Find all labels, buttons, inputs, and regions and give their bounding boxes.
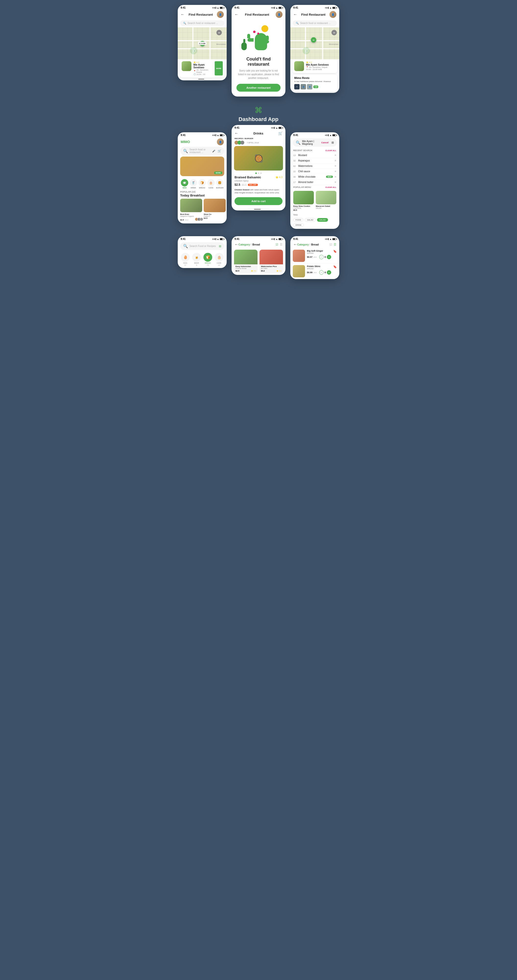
cat-bread[interactable]: 🍞 BREAD [198, 179, 206, 189]
food-card-1[interactable]: Best Ever Jalapeno Poppers $2.5 $6.5 [180, 199, 202, 221]
cat-cake[interactable]: 🎂 CAKE [207, 179, 215, 189]
remove-icon-5[interactable]: ✕ [335, 175, 336, 178]
remove-icon-3[interactable]: ✕ [335, 165, 336, 167]
search-active-bar[interactable]: 🔍 Mie Ayam | Magelang Cancel ⊞ [293, 138, 337, 147]
remove-icon-1[interactable]: ✕ [335, 154, 336, 157]
list-view-icon-l[interactable]: ☰ [334, 243, 336, 246]
avatar-3[interactable]: 👤 [330, 11, 336, 18]
cat-new[interactable]: 🍽️ NEW [181, 179, 188, 189]
search-bar-3[interactable]: 🔍 Search food or restaurant ... [293, 20, 337, 26]
food-subtitle: Chicken Spicy [232, 180, 285, 183]
clear-all-recent[interactable]: CLEAR ALL [325, 150, 336, 152]
grid-icon[interactable]: ⊞ [331, 141, 334, 144]
no-result-text: Sorry cafe you are looking for is not li… [236, 69, 281, 80]
back-button-nf[interactable]: ← [235, 12, 238, 17]
popular-sub-1: CHICKEN [293, 207, 314, 209]
recipe-search-bar[interactable]: 🔍 Search Food or Recipes ⊞ [180, 242, 224, 250]
recipe-count-beer: 9 [196, 264, 197, 266]
search-bar-mimo[interactable]: 🔍 Search food or restaurant ... 🎤 🛒 [180, 147, 224, 155]
cat-burger[interactable]: 🍔 BURGER [216, 179, 224, 189]
remove-icon-6[interactable]: ✕ [335, 181, 336, 183]
search-result-2[interactable]: 32 Asparagus ✕ [290, 158, 339, 164]
signal-bar-1 [213, 7, 213, 8]
mic-icon-mimo[interactable]: 🎤 [212, 150, 215, 153]
recipe-cat-cake[interactable]: 🎂 CAKE 22 [215, 253, 224, 266]
stepper-minus-2[interactable]: − [319, 270, 324, 275]
tag-drink[interactable]: DRINK [293, 223, 304, 227]
cart-icon-drinks[interactable]: 🛒 [278, 131, 282, 135]
food-grid-item-1[interactable]: Easy Indonesian Cheese Bread $2.5 ⭐ 4.3 [234, 250, 257, 273]
cancel-btn[interactable]: Cancel [321, 142, 328, 144]
grid-view-icon[interactable]: ☑ [276, 243, 278, 246]
list-food-sub-1: BREAD [307, 252, 331, 254]
banner-more-btn[interactable]: MORE [214, 172, 222, 174]
cat-drink[interactable]: 🥤 DRINK [190, 179, 197, 189]
status-bar-catl: 9:41 ▲ [290, 236, 339, 241]
food-grid-sub-2: de Gallo [261, 267, 282, 269]
tag-salad2[interactable]: SALAD [317, 218, 328, 222]
time-1: 9:41 [181, 6, 186, 9]
cat-header-catl: Category / Bread [297, 243, 319, 246]
back-button-catg[interactable]: ← [235, 242, 238, 247]
map-area-1: m m 2.3 KM Minomartani [178, 27, 227, 59]
popular-item-1[interactable]: Easy Slow Cooker CHICKEN $9.5 [293, 191, 314, 211]
more-btn-1[interactable]: MORE [215, 61, 223, 75]
bookmark-icon-2[interactable]: 🔖 [333, 265, 337, 277]
stepper-plus-1[interactable]: + [327, 255, 331, 259]
food-card-2[interactable]: Slow Co Pulled P $4.5 [204, 199, 226, 221]
time-3: 9:41 [293, 6, 298, 9]
location-icon-3: 📍 [306, 66, 308, 68]
mimo-avatar[interactable]: 👤 [217, 138, 224, 145]
search-result-6[interactable]: 17 Almond butter ✕ [290, 180, 339, 185]
bookmark-icon-1[interactable]: 🔖 [333, 250, 337, 262]
banner-card-mimo[interactable]: MORE [180, 157, 224, 176]
food-card-img-2 [204, 199, 226, 212]
search-result-1[interactable]: 13 Mustard ✕ [290, 153, 339, 158]
status-icons-recipe: ▲ [213, 238, 224, 240]
stepper-1: − 0 + [319, 255, 331, 259]
search-bar-1[interactable]: 🔍 Search food or restaurant ... [180, 20, 224, 26]
stepper-minus-1[interactable]: − [319, 255, 324, 259]
cart-icon-mimo[interactable]: 🛒 [217, 149, 221, 153]
clear-all-popular[interactable]: CLEAR ALL [325, 186, 336, 188]
tag-salad1[interactable]: SALAD [305, 218, 316, 222]
search-result-4[interactable]: 22 Chili sauce ✕ [290, 169, 339, 174]
list-food-item-2[interactable]: Potato Skins BREAD $0.89 $62 − 0 + 🔖 [290, 264, 339, 279]
status-bar-1: 9:41 ▲ [178, 5, 227, 10]
food-grid-item-2[interactable]: Watermelon Pico de Gallo $3.2 ⭐ 4.1 [260, 250, 283, 273]
settings-icon-recipe[interactable]: ⊞ [219, 245, 221, 248]
back-button-catl[interactable]: ← [293, 242, 297, 247]
list-food-item-1[interactable]: Big Soft Ginger BREAD $0.57 $82 − 0 + 🔖 [290, 248, 339, 264]
tag-food[interactable]: FOOD [293, 218, 303, 222]
grid-view-icon-l[interactable]: ☑ [330, 243, 332, 246]
recipe-cat-egg[interactable]: 🥚 EGG 17 [181, 253, 190, 266]
mini-avatar-2: 👤 [301, 84, 306, 89]
phone-find-restaurant-1: 9:41 ▲ ← Find Restaurant 👤 🔍 Search food… [178, 5, 227, 80]
remove-icon-2[interactable]: ✕ [335, 159, 336, 162]
back-button-drinks[interactable]: ← [235, 131, 238, 135]
remove-icon-4[interactable]: ✕ [335, 170, 336, 173]
recipe-cat-bread[interactable]: 🍞 BREAD 73 [203, 253, 212, 266]
back-button-3[interactable]: ← [293, 12, 297, 17]
another-restaurant-btn[interactable]: Another restaurant [236, 84, 281, 92]
map-dot-3 [306, 50, 308, 52]
search-result-5[interactable]: 30 White chocolate NEW ✕ [290, 174, 339, 180]
back-button-1[interactable]: ← [181, 12, 185, 17]
status-bar-nf: 9:41 ▲ [232, 5, 285, 10]
sb-m2 [214, 135, 215, 136]
restaurant-card-3[interactable]: ⭐ 4.3 Mie Ayam Sendowo 📍 Jln. Sendowo, D… [292, 59, 337, 73]
restaurant-card-1[interactable]: ⭐ 4.3 Mie Ayam Sendowo 📍 Jln. Sendowo, D… [180, 59, 225, 78]
popular-item-2[interactable]: Macaroni Salad SALAD [316, 191, 336, 211]
map-marker-gray-3: m [331, 30, 337, 35]
list-view-icon[interactable]: ☰ [280, 243, 282, 246]
recipe-cat-beer[interactable]: 🍺 BEER 9 [192, 253, 201, 266]
recipe-count-bread: 73 [207, 264, 209, 266]
cat-icon-cake: 🎂 [207, 179, 215, 186]
stepper-plus-2[interactable]: + [327, 270, 331, 275]
avatar-nf[interactable]: 👤 [276, 11, 282, 18]
search-result-3[interactable]: 62 Watermelons ✕ [290, 164, 339, 169]
avatar-1[interactable]: 👤 [217, 11, 224, 18]
add-to-cart-btn[interactable]: Add to cart [235, 197, 282, 205]
scroll-indicator-1 [192, 79, 212, 80]
search-icon-3: 🔍 [296, 22, 299, 24]
